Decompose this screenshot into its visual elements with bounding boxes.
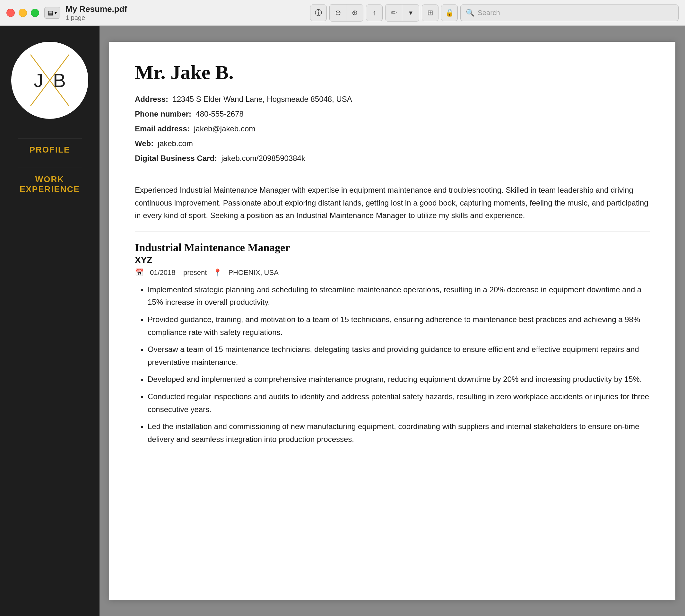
titlebar: ▤ ▾ My Resume.pdf 1 page ⓘ ⊖ ⊕ ↑ ✏ ▾ (0, 0, 685, 26)
job-location: PHOENIX, USA (228, 268, 278, 277)
zoom-out-button[interactable]: ⊖ (330, 4, 346, 21)
share-button[interactable]: ↑ (366, 4, 383, 21)
address-label: Address: (135, 95, 168, 104)
search-icon: 🔍 (466, 9, 475, 17)
divider-after-profile (135, 232, 650, 232)
profile-text: Experienced Industrial Maintenance Manag… (135, 184, 650, 222)
email-value: jakeb@jakeb.com (194, 124, 255, 133)
list-item: Implemented strategic planning and sched… (148, 283, 650, 309)
pencil-icon: ✏ (391, 9, 397, 17)
calendar-icon: 📅 (135, 268, 143, 277)
contact-card: Digital Business Card: jakeb.com/2098590… (135, 153, 650, 164)
share-icon: ↑ (373, 9, 376, 17)
work-section-label: WORK EXPERIENCE (6, 174, 93, 194)
location-icon: 📍 (213, 268, 222, 277)
avatar-letters: J B (34, 69, 66, 91)
minimize-button[interactable] (19, 9, 27, 17)
web-label: Web: (135, 139, 154, 148)
contact-web: Web: jakeb.com (135, 138, 650, 149)
web-value: jakeb.com (158, 139, 193, 148)
pdf-viewer-background: Mr. Jake B. Address: 12345 S Elder Wand … (99, 26, 685, 616)
grid-icon: ⊞ (427, 9, 433, 17)
avatar: J B (11, 42, 88, 119)
job-date: 01/2018 – present (150, 268, 207, 277)
card-label: Digital Business Card: (135, 154, 217, 162)
annotate-controls: ✏ ▾ (385, 4, 419, 22)
profile-section-label: PROFILE (29, 145, 70, 155)
list-item: Provided guidance, training, and motivat… (148, 313, 650, 338)
zoom-out-icon: ⊖ (335, 9, 341, 17)
card-value: jakeb.com/2098590384k (221, 154, 305, 162)
traffic-lights (6, 9, 39, 17)
file-info: My Resume.pdf 1 page (66, 4, 127, 22)
contact-info: Address: 12345 S Elder Wand Lane, Hogsme… (135, 93, 650, 164)
job-meta: 📅 01/2018 – present 📍 PHOENIX, USA (135, 268, 650, 277)
pdf-page: Mr. Jake B. Address: 12345 S Elder Wand … (109, 42, 676, 600)
contact-phone: Phone number: 480-555-2678 (135, 108, 650, 120)
toolbar-actions: ⓘ ⊖ ⊕ ↑ ✏ ▾ ⊞ 🔒 🔍 (310, 4, 679, 22)
file-pages: 1 page (66, 14, 127, 22)
list-item: Conducted regular inspections and audits… (148, 390, 650, 416)
view-button[interactable]: ⊞ (422, 4, 438, 21)
annotate-chevron-button[interactable]: ▾ (402, 4, 419, 21)
file-name: My Resume.pdf (66, 4, 127, 14)
job-bullets-list: Implemented strategic planning and sched… (135, 283, 650, 446)
address-value: 12345 S Elder Wand Lane, Hogsmeade 85048… (173, 95, 352, 104)
pdf-sidebar: J B PROFILE WORK EXPERIENCE (0, 26, 99, 616)
zoom-controls: ⊖ ⊕ (329, 4, 363, 22)
lock-icon: 🔒 (445, 9, 454, 17)
search-bar[interactable]: 🔍 (460, 4, 679, 21)
sidebar-divider-1 (18, 138, 82, 138)
job-title: Industrial Maintenance Manager (135, 242, 650, 254)
phone-value: 480-555-2678 (196, 110, 243, 118)
list-item: Oversaw a team of 15 maintenance technic… (148, 343, 650, 368)
chevron-down-icon: ▾ (409, 9, 412, 17)
close-button[interactable] (6, 9, 15, 17)
work-experience: Industrial Maintenance Manager XYZ 📅 01/… (135, 242, 650, 446)
zoom-in-button[interactable]: ⊕ (346, 4, 363, 21)
resume-name: Mr. Jake B. (135, 61, 650, 84)
contact-email: Email address: jakeb@jakeb.com (135, 123, 650, 135)
info-icon: ⓘ (315, 8, 322, 18)
email-label: Email address: (135, 124, 190, 133)
main-content: J B PROFILE WORK EXPERIENCE Mr. Jake B. … (0, 26, 685, 616)
job-company: XYZ (135, 255, 650, 265)
sidebar-toggle-button[interactable]: ▤ ▾ (44, 7, 60, 19)
avatar-letter-b: B (53, 69, 66, 91)
chevron-small-icon: ▾ (54, 10, 57, 16)
job-entry: Industrial Maintenance Manager XYZ 📅 01/… (135, 242, 650, 446)
list-item: Led the installation and commissioning o… (148, 420, 650, 445)
zoom-in-icon: ⊕ (352, 9, 358, 17)
sidebar-divider-2 (18, 168, 82, 168)
info-button[interactable]: ⓘ (310, 4, 327, 21)
phone-label: Phone number: (135, 110, 191, 118)
sidebar-toggle-icon: ▤ (48, 9, 53, 16)
contact-address: Address: 12345 S Elder Wand Lane, Hogsme… (135, 93, 650, 105)
search-input[interactable] (478, 9, 673, 17)
list-item: Developed and implemented a comprehensiv… (148, 373, 650, 386)
avatar-letter-j: J (34, 69, 43, 91)
fullscreen-button[interactable] (31, 9, 39, 17)
lock-button[interactable]: 🔒 (441, 4, 458, 21)
divider-after-contact (135, 174, 650, 174)
annotate-button[interactable]: ✏ (386, 4, 402, 21)
